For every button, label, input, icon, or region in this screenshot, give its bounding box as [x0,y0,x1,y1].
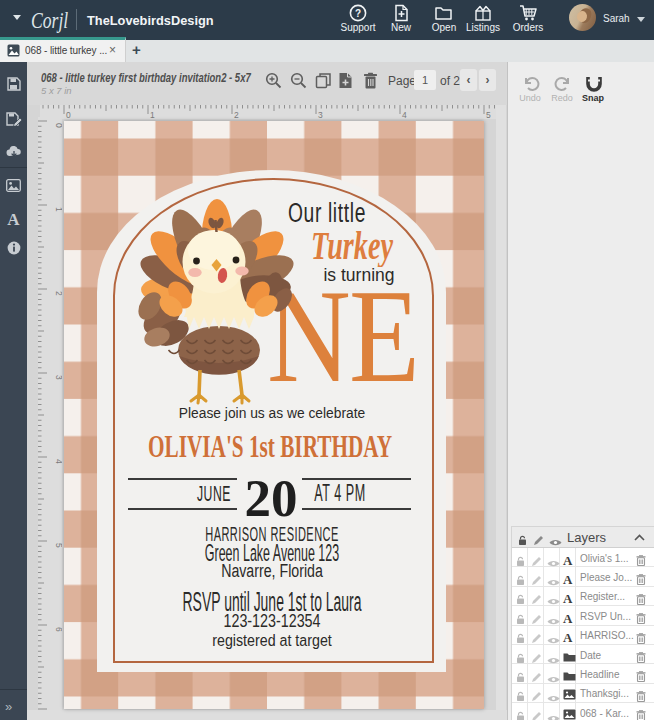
svg-text:3: 3 [54,375,63,380]
svg-text:2: 2 [54,291,63,296]
svg-text:2: 2 [234,110,239,119]
svg-text:1: 1 [150,110,155,119]
svg-text:1: 1 [54,207,63,212]
svg-text:?: ? [355,8,361,19]
svg-text:5: 5 [486,110,491,119]
svg-text:4: 4 [54,459,63,464]
svg-text:3: 3 [318,110,323,119]
svg-text:0: 0 [66,110,71,119]
svg-text:6: 6 [54,627,63,632]
svg-text:5: 5 [54,543,63,548]
svg-text:0: 0 [54,123,63,128]
svg-text:4: 4 [402,110,407,119]
